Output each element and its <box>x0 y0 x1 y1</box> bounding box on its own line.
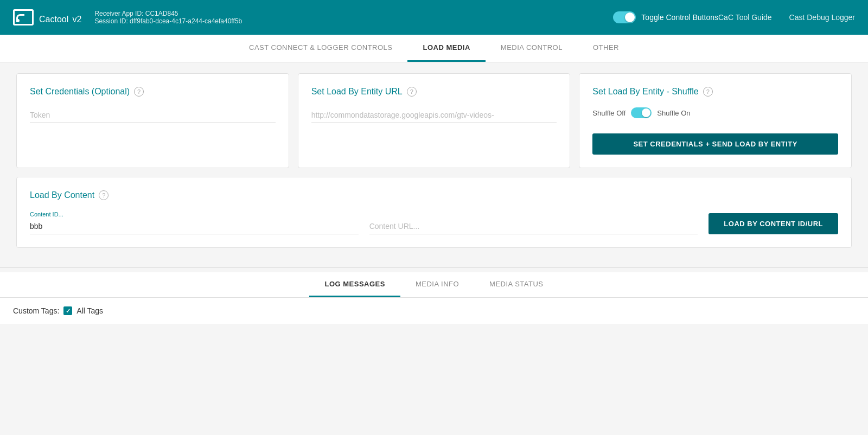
bottom-tab-log-messages[interactable]: LOG MESSAGES <box>309 272 400 297</box>
nav-logger-link[interactable]: Cast Debug Logger <box>789 13 855 22</box>
content-id-label: Content ID... <box>30 211 359 218</box>
load-by-content-button[interactable]: LOAD BY CONTENT ID/URL <box>709 213 838 234</box>
session-info: Receiver App ID: CC1AD845 Session ID: df… <box>94 10 604 25</box>
entity-url-input[interactable] <box>311 107 557 123</box>
credentials-help-icon[interactable]: ? <box>134 87 144 97</box>
bottom-tab-media-info[interactable]: MEDIA INFO <box>400 272 474 297</box>
shuffle-card: Set Load By Entity - Shuffle ? Shuffle O… <box>579 73 852 168</box>
nav-guide-link[interactable]: CaC Tool Guide <box>718 13 772 22</box>
toggle-label: Toggle Control Buttons <box>641 13 718 22</box>
tab-other[interactable]: OTHER <box>578 35 634 62</box>
bottom-tab-media-status[interactable]: MEDIA STATUS <box>474 272 558 297</box>
shuffle-toggle[interactable] <box>631 107 652 118</box>
load-by-content-title: Load By Content ? <box>30 190 838 200</box>
main-content: Set Credentials (Optional) ? Set Load By… <box>0 62 868 267</box>
content-fields-row: Content ID... LOAD BY CONTENT ID/URL <box>30 211 838 234</box>
logo-version: v2 <box>72 15 81 24</box>
receiver-app-id: Receiver App ID: CC1AD845 <box>94 10 604 17</box>
token-input[interactable] <box>30 107 276 123</box>
content-url-input[interactable] <box>369 219 698 234</box>
content-url-group <box>369 219 698 234</box>
section-divider <box>0 267 868 268</box>
header-nav: CaC Tool Guide Cast Debug Logger <box>718 13 855 22</box>
logo: Cactool v2 <box>13 9 81 26</box>
content-id-input[interactable] <box>30 219 359 234</box>
bottom-content: Custom Tags: All Tags <box>0 298 868 324</box>
shuffle-help-icon[interactable]: ? <box>703 87 713 97</box>
load-by-content-card: Load By Content ? Content ID... LOAD BY … <box>16 177 852 248</box>
shuffle-toggle-row: Shuffle Off Shuffle On <box>592 107 838 118</box>
entity-url-card-title: Set Load By Entity URL ? <box>311 87 557 97</box>
all-tags-checkbox[interactable] <box>63 306 72 315</box>
cast-icon <box>13 9 34 25</box>
app-header: Cactool v2 Receiver App ID: CC1AD845 Ses… <box>0 0 868 35</box>
entity-url-card: Set Load By Entity URL ? <box>298 73 571 168</box>
main-tabs: CAST CONNECT & LOGGER CONTROLS LOAD MEDI… <box>0 35 868 62</box>
cast-icon-dot <box>16 19 20 22</box>
toggle-section: Toggle Control Buttons <box>613 11 718 23</box>
load-by-content-help-icon[interactable]: ? <box>99 190 108 200</box>
bottom-tabs: LOG MESSAGES MEDIA INFO MEDIA STATUS <box>0 272 868 298</box>
content-id-group: Content ID... <box>30 211 359 234</box>
logo-name: Cactool <box>39 15 68 24</box>
set-credentials-send-entity-button[interactable]: SET CREDENTIALS + SEND LOAD BY ENTITY <box>592 133 838 155</box>
all-tags-label: All Tags <box>76 306 103 315</box>
shuffle-on-label: Shuffle On <box>657 109 690 117</box>
logo-text: Cactool v2 <box>39 9 81 26</box>
bottom-section: LOG MESSAGES MEDIA INFO MEDIA STATUS Cus… <box>0 272 868 324</box>
custom-tags-label: Custom Tags: <box>13 306 59 315</box>
tab-media-control[interactable]: MEDIA CONTROL <box>486 35 578 62</box>
top-cards-row: Set Credentials (Optional) ? Set Load By… <box>16 73 852 168</box>
shuffle-off-label: Shuffle Off <box>592 109 626 117</box>
custom-tags-row: Custom Tags: All Tags <box>13 306 855 315</box>
control-buttons-toggle[interactable] <box>613 11 636 23</box>
credentials-card: Set Credentials (Optional) ? <box>16 73 289 168</box>
tab-cast-connect[interactable]: CAST CONNECT & LOGGER CONTROLS <box>234 35 407 62</box>
tab-load-media[interactable]: LOAD MEDIA <box>407 35 485 62</box>
shuffle-card-title: Set Load By Entity - Shuffle ? <box>592 87 838 97</box>
session-id: Session ID: dff9fab0-dcea-4c17-a244-ca4e… <box>94 17 604 25</box>
credentials-card-title: Set Credentials (Optional) ? <box>30 87 276 97</box>
entity-url-help-icon[interactable]: ? <box>407 87 417 97</box>
